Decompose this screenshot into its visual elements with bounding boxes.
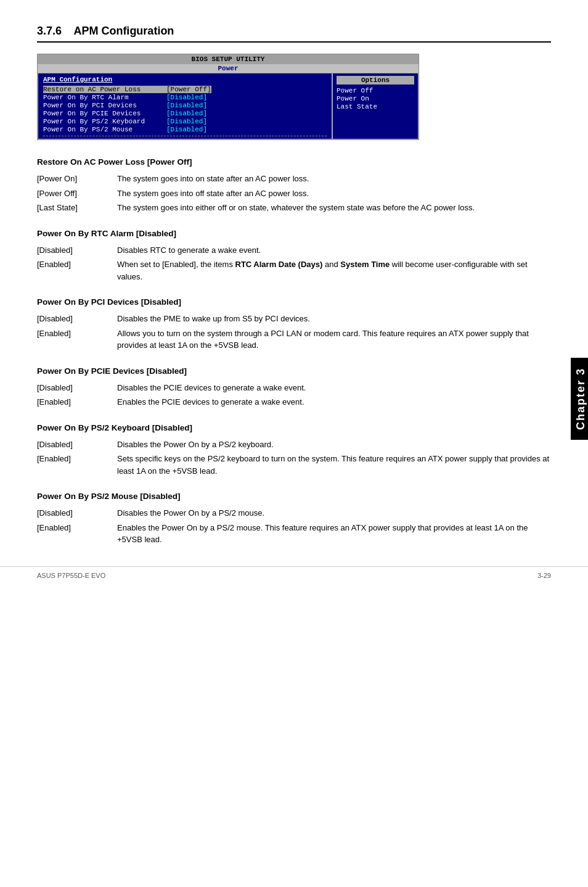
row-text: The system goes into on state after an A… [105,171,551,186]
bios-main-panel: APM Configuration Restore on AC Power Lo… [38,73,332,139]
section-heading-pci-devices: Power On By PCI Devices [Disabled] [37,297,551,307]
bios-option-item: Power On [337,95,414,102]
bios-row-value: [Disabled] [166,118,207,125]
bios-row: Power On By RTC Alarm[Disabled] [43,94,327,101]
table-row: [Last State]The system goes into either … [37,200,551,215]
section-heading-ps2-keyboard: Power On By PS/2 Keyboard [Disabled] [37,423,551,432]
footer: ASUS P7P55D-E EVO 3-29 [0,566,588,579]
row-text: The system goes into off state after an … [105,186,551,201]
row-text: Disables the PCIE devices to generate a … [105,381,551,395]
row-text: Disables RTC to generate a wake event. [105,243,551,258]
content-sections: Restore On AC Power Loss [Power Off][Pow… [37,157,551,547]
row-text: Sets specific keys on the PS/2 keyboard … [105,452,551,478]
row-label: [Disabled] [37,437,105,452]
row-label: [Last State] [37,200,105,215]
bios-dashed-line [43,136,327,136]
bios-row-value: [Disabled] [166,102,207,109]
section-heading-ps2-mouse: Power On By PS/2 Mouse [Disabled] [37,492,551,501]
row-label: [Enabled] [37,452,105,478]
section-title-text: APM Configuration [73,25,174,37]
row-text: Allows you to turn on the system through… [105,326,551,353]
bios-section-label: APM Configuration [43,76,327,83]
content-section-restore-ac: Restore On AC Power Loss [Power Off][Pow… [37,157,551,215]
bios-row-label: Power On By RTC Alarm [43,94,166,101]
row-label: [Power Off] [37,186,105,201]
row-text: Disables the Power On by a PS/2 mouse. [105,506,551,521]
row-label: [Enabled] [37,257,105,284]
content-section-ps2-keyboard: Power On By PS/2 Keyboard [Disabled][Dis… [37,423,551,479]
bios-body: APM Configuration Restore on AC Power Lo… [38,73,419,139]
table-row: [Disabled]Disables the Power On by a PS/… [37,506,551,521]
bios-row: Restore on AC Power Loss[Power Off] [43,86,327,93]
footer-right: 3-29 [537,572,551,579]
footer-left: ASUS P7P55D-E EVO [37,572,105,579]
section-heading-pcie-devices: Power On By PCIE Devices [Disabled] [37,366,551,376]
chapter-tab: Chapter 3 [571,358,588,440]
row-label: [Enabled] [37,326,105,353]
section-table-ps2-mouse: [Disabled]Disables the Power On by a PS/… [37,506,551,547]
section-table-pcie-devices: [Disabled]Disables the PCIE devices to g… [37,381,551,410]
row-text: Enables the Power On by a PS/2 mouse. Th… [105,521,551,547]
row-label: [Disabled] [37,243,105,258]
table-row: [Power On]The system goes into on state … [37,171,551,186]
content-section-pcie-devices: Power On By PCIE Devices [Disabled][Disa… [37,366,551,410]
section-table-pci-devices: [Disabled]Disables the PME to wake up fr… [37,311,551,353]
row-label: [Enabled] [37,521,105,547]
bios-row-label: Restore on AC Power Loss [43,86,166,93]
bios-header2: Power [38,64,419,73]
section-title: 3.7.6 APM Configuration [37,25,551,43]
row-label: [Disabled] [37,381,105,395]
bios-row-value: [Disabled] [166,110,207,117]
row-label: [Power On] [37,171,105,186]
bios-row-value: [Disabled] [166,94,207,101]
table-row: [Disabled]Disables RTC to generate a wak… [37,243,551,258]
row-label: [Enabled] [37,395,105,410]
row-text: When set to [Enabled], the items RTC Ala… [105,257,551,284]
bios-row-label: Power On By PS/2 Mouse [43,126,166,133]
bios-screenshot: BIOS SETUP UTILITY Power APM Configurati… [37,54,419,140]
table-row: [Disabled]Disables the PCIE devices to g… [37,381,551,395]
row-text: The system goes into either off or on st… [105,200,551,215]
section-heading-rtc-alarm: Power On By RTC Alarm [Disabled] [37,229,551,238]
row-text: Disables the PME to wake up from S5 by P… [105,311,551,326]
bios-option-item: Last State [337,103,414,110]
table-row: [Enabled]Allows you to turn on the syste… [37,326,551,353]
table-row: [Enabled]Enables the Power On by a PS/2 … [37,521,551,547]
table-row: [Enabled]Enables the PCIE devices to gen… [37,395,551,410]
row-text: Disables the Power On by a PS/2 keyboard… [105,437,551,452]
row-label: [Disabled] [37,311,105,326]
bios-row: Power On By PS/2 Mouse[Disabled] [43,126,327,133]
bios-row-label: Power On By PCI Devices [43,102,166,109]
bios-row-label: Power On By PS/2 Keyboard [43,118,166,125]
section-heading-restore-ac: Restore On AC Power Loss [Power Off] [37,157,551,167]
bios-options-panel: Options Power OffPower OnLast State [332,73,419,139]
bios-row-value: [Disabled] [166,126,207,133]
bios-row-value: [Power Off] [166,86,211,93]
page: 3.7.6 APM Configuration BIOS SETUP UTILI… [0,0,588,598]
bios-option-item: Power Off [337,87,414,94]
row-text: Enables the PCIE devices to generate a w… [105,395,551,410]
section-number: 3.7.6 [37,25,62,37]
table-row: [Enabled]Sets specific keys on the PS/2 … [37,452,551,478]
bios-options-items: Power OffPower OnLast State [337,87,414,110]
table-row: [Power Off]The system goes into off stat… [37,186,551,201]
bios-row: Power On By PS/2 Keyboard[Disabled] [43,118,327,125]
content-section-pci-devices: Power On By PCI Devices [Disabled][Disab… [37,297,551,353]
section-table-restore-ac: [Power On]The system goes into on state … [37,171,551,215]
section-table-rtc-alarm: [Disabled]Disables RTC to generate a wak… [37,243,551,284]
bios-row: Power On By PCI Devices[Disabled] [43,102,327,109]
table-row: [Enabled]When set to [Enabled], the item… [37,257,551,284]
content-section-ps2-mouse: Power On By PS/2 Mouse [Disabled][Disabl… [37,492,551,547]
bios-row: Power On By PCIE Devices[Disabled] [43,110,327,117]
section-table-ps2-keyboard: [Disabled]Disables the Power On by a PS/… [37,437,551,479]
content-section-rtc-alarm: Power On By RTC Alarm [Disabled][Disable… [37,229,551,284]
bios-row-label: Power On By PCIE Devices [43,110,166,117]
bios-options-title: Options [337,76,414,85]
table-row: [Disabled]Disables the PME to wake up fr… [37,311,551,326]
bios-header1: BIOS SETUP UTILITY [38,54,419,64]
row-label: [Disabled] [37,506,105,521]
bios-rows: Restore on AC Power Loss[Power Off]Power… [43,86,327,133]
table-row: [Disabled]Disables the Power On by a PS/… [37,437,551,452]
